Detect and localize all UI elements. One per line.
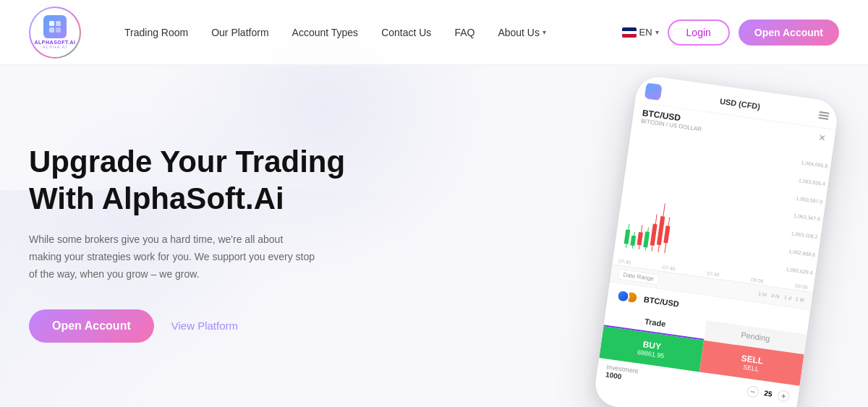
date-opt-4: 1 W [795,296,804,303]
nav-trading-room[interactable]: Trading Room [124,27,188,38]
candlestick-chart [620,131,789,275]
brand-subname: ALPHA AI [43,45,67,49]
hero-content: Upgrade Your Trading With AlphaSoft.Ai W… [29,129,376,342]
login-button[interactable]: Login [668,20,730,46]
flag-icon [622,27,637,38]
svg-rect-3 [56,27,61,33]
date-opt-1: 1 hr [758,291,767,298]
price-label-4: 1,063,347.6 [783,212,820,222]
nav-contact-us[interactable]: Contact Us [381,27,431,38]
pair-flags [616,289,639,305]
date-opt-2: 4 hr [771,293,780,299]
open-account-nav-button[interactable]: Open Account [739,20,839,46]
investment-decrement[interactable]: − [746,385,760,398]
chevron-down-icon: ▾ [542,28,546,36]
price-label-3: 1,063,587.0 [785,194,822,204]
phone-logo [644,82,663,100]
timeline-4: 09:06 [751,277,764,283]
price-label-1: 1,064,065.8 [790,158,827,168]
phone-pair-label: USD (CFD) [719,97,760,111]
candle-2 [630,232,637,249]
language-selector[interactable]: EN ▾ [622,27,659,38]
svg-rect-0 [49,21,54,26]
hero-buttons: Open Account View Platform [29,309,376,343]
svg-rect-2 [49,27,54,33]
hero-section: Upgrade Your Trading With AlphaSoft.Ai W… [0,65,868,407]
lang-chevron-icon: ▾ [655,28,659,36]
nav-about-us[interactable]: About Us ▾ [498,27,546,38]
investment-display: 25 [764,389,773,398]
hero-description: While some brokers give you a hard time,… [29,231,318,283]
logo-circle: ALPHASOFT.AI ALPHA AI [29,7,81,59]
price-label-6: 1,062,868.8 [778,247,815,257]
timeline-3: 07:48 [707,271,720,278]
timeline-2: 07:46 [663,265,676,271]
hero-image: USD (CFD) ✕ BTC/USD BITCOIN / US DOLLAR [564,72,868,407]
phone-close-icon: ✕ [818,132,827,143]
language-label: EN [639,27,652,38]
navbar: ALPHASOFT.AI ALPHA AI Trading Room Our P… [0,0,868,65]
nav-faq[interactable]: FAQ [454,27,475,38]
svg-rect-1 [56,21,61,26]
timeline-1: 07:45 [618,258,631,265]
hero-title: Upgrade Your Trading With AlphaSoft.Ai [29,144,376,217]
nav-account-types[interactable]: Account Types [292,27,359,38]
investment-controls: − 25 + [746,385,791,402]
price-label-5: 1,063,108.2 [780,229,817,239]
brand-name: ALPHASOFT.AI [35,40,76,45]
view-platform-button[interactable]: View Platform [171,320,238,332]
phone-chart-area: 1,064,065.8 1,063,826.4 1,063,587.0 1,06… [613,127,832,284]
nav-our-platform[interactable]: Our Platform [211,27,268,38]
timeline-5: 09:08 [795,283,808,290]
pair-name: BTC/USD [643,295,679,309]
logo-area[interactable]: ALPHASOFT.AI ALPHA AI [29,7,81,59]
price-label-2: 1,063,826.4 [788,176,825,187]
phone-menu-icon [818,111,829,120]
logo-icon [43,15,67,38]
date-opt-3: 1 d [784,295,792,301]
date-options: 1 hr 4 hr 1 d 1 W [758,291,805,303]
open-account-hero-button[interactable]: Open Account [29,309,154,343]
investment-increment[interactable]: + [777,389,790,402]
nav-right: EN ▾ Login Open Account [622,20,839,46]
price-label-7: 1,062,629.4 [775,265,813,275]
nav-links: Trading Room Our Platform Account Types … [124,27,608,38]
phone-mockup: USD (CFD) ✕ BTC/USD BITCOIN / US DOLLAR [592,74,839,407]
investment-info: Investment 1000 [605,364,639,383]
